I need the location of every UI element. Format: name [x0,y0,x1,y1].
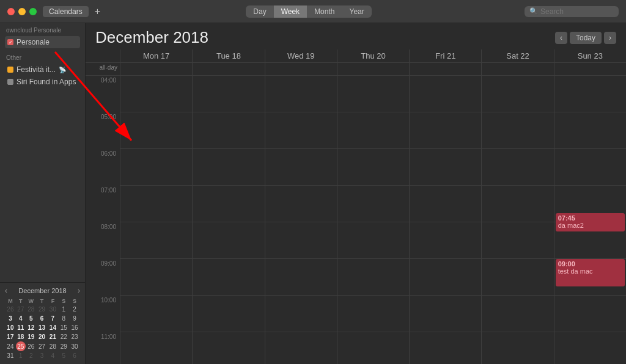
maximize-button[interactable] [29,8,37,15]
day-col-2[interactable] [265,76,337,364]
mini-cal-next[interactable]: › [78,286,80,295]
hour-line [410,259,481,296]
owncloud-section-title: owncloud Personale [5,27,80,34]
hour-line [265,222,337,259]
mini-cal-cell[interactable]: 22 [58,332,69,341]
mini-cal-cell[interactable]: 31 [5,351,16,360]
mini-cal-cell[interactable]: 6 [69,351,80,360]
day-header-3[interactable]: Thu 20 [337,49,409,62]
hour-line [337,296,409,332]
hour-line [482,112,553,149]
day-columns: 07:45da mac209:00test da mac [120,76,626,364]
mini-cal-cell[interactable]: 2 [69,305,80,314]
view-year-button[interactable]: Year [342,5,371,18]
sidebar-item-personale[interactable]: ✓ Personale [5,36,80,48]
cal-next-btn[interactable]: › [604,32,616,44]
mini-cal-cell[interactable]: 21 [47,332,58,341]
hour-line [554,332,626,364]
day-col-3[interactable] [337,76,409,364]
mini-cal-cell[interactable]: 5 [26,314,37,323]
day-header-1[interactable]: Tue 18 [192,49,264,62]
mini-cal-cell[interactable]: 4 [16,314,26,323]
view-week-button[interactable]: Week [274,5,307,18]
sidebar-item-siri[interactable]: Siri Found in Apps [5,76,80,88]
day-header-4[interactable]: Fri 21 [409,49,481,62]
mini-cal-cell[interactable]: 1 [58,305,69,314]
sidebar-item-festivita[interactable]: Festività it... 📡 [5,64,80,76]
day-header-0[interactable]: Mon 17 [120,49,192,62]
time-label: 05:00 [86,112,120,149]
mini-cal-cell[interactable]: 27 [16,305,26,314]
allday-cell-2[interactable] [265,63,337,75]
hour-line [554,76,626,112]
mini-cal-cell[interactable]: 1 [16,351,26,360]
mini-cal-cell[interactable]: 9 [69,314,80,323]
day-header-6[interactable]: Sun 23 [554,49,626,62]
cal-prev-btn[interactable]: ‹ [555,32,567,44]
mini-cal-cell[interactable]: 29 [37,305,48,314]
mini-cal-cell[interactable]: 3 [5,314,16,323]
day-header-5[interactable]: Sat 22 [481,49,553,62]
calendars-button[interactable]: Calendars [43,6,89,17]
allday-cell-5[interactable] [481,63,553,75]
mini-cal-cell[interactable]: 7 [47,314,58,323]
event-time: 07:45 [558,214,622,222]
mini-cal-cell[interactable]: 13 [37,323,48,332]
event-block[interactable]: 09:00test da mac [556,259,625,286]
hour-line [265,296,337,332]
day-col-0[interactable] [120,76,192,364]
event-block[interactable]: 07:45da mac2 [556,213,625,231]
allday-cell-1[interactable] [192,63,264,75]
hour-line [410,76,481,112]
mini-cal-cell[interactable]: 8 [58,314,69,323]
mini-cal-cell[interactable]: 16 [69,323,80,332]
mini-cal-cell[interactable]: 23 [69,332,80,341]
day-col-1[interactable] [192,76,264,364]
mini-cal-cell[interactable]: 26 [5,305,16,314]
mini-cal-cell[interactable]: 4 [47,351,58,360]
hour-line [410,149,481,186]
mini-cal-cell[interactable]: 2 [26,351,37,360]
mini-cal-cell[interactable]: 25 [16,341,26,351]
allday-cell-6[interactable] [554,63,626,75]
mini-cal-cell[interactable]: 18 [16,332,26,341]
mini-cal-cell[interactable]: 5 [58,351,69,360]
mini-cal-cell[interactable]: 11 [16,323,26,332]
mini-cal-cell[interactable]: 27 [37,341,48,351]
day-header-2[interactable]: Wed 19 [265,49,337,62]
cal-today-btn[interactable]: Today [570,32,602,44]
mini-cal-cell[interactable]: 3 [37,351,48,360]
view-day-button[interactable]: Day [246,5,273,18]
mini-cal-cell[interactable]: 17 [5,332,16,341]
mini-cal-cell[interactable]: 26 [26,341,37,351]
minimize-button[interactable] [18,8,26,15]
mini-cal-cell[interactable]: 6 [37,314,48,323]
mini-cal-prev[interactable]: ‹ [5,286,7,295]
search-input[interactable] [540,7,614,16]
view-month-button[interactable]: Month [307,5,342,18]
allday-cell-0[interactable] [120,63,192,75]
add-calendar-button[interactable]: + [92,6,103,17]
hour-line [410,186,481,222]
time-label: 06:00 [86,149,120,186]
allday-cell-4[interactable] [409,63,481,75]
mini-cal-cell[interactable]: 29 [58,341,69,351]
mini-cal-cell[interactable]: 30 [69,341,80,351]
mini-cal-cell[interactable]: 19 [26,332,37,341]
mini-cal-cell[interactable]: 10 [5,323,16,332]
mini-cal-cell[interactable]: 15 [58,323,69,332]
hour-line [482,222,553,259]
mini-cal-cell[interactable]: 28 [47,341,58,351]
allday-cell-3[interactable] [337,63,409,75]
mini-cal-cell[interactable]: 30 [47,305,58,314]
mini-cal-cell[interactable]: 12 [26,323,37,332]
hour-line [482,259,553,296]
mini-cal-cell[interactable]: 20 [37,332,48,341]
day-col-6[interactable]: 07:45da mac209:00test da mac [554,76,626,364]
day-col-5[interactable] [481,76,553,364]
day-col-4[interactable] [409,76,481,364]
mini-cal-cell[interactable]: 14 [47,323,58,332]
close-button[interactable] [7,8,15,15]
mini-cal-cell[interactable]: 24 [5,341,16,351]
mini-cal-cell[interactable]: 28 [26,305,37,314]
